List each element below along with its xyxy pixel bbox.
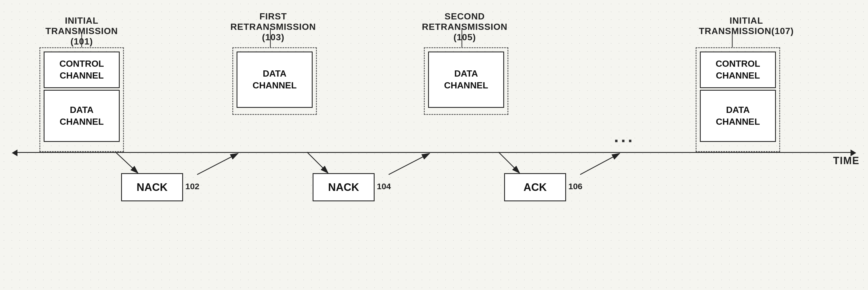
tx2-label-line2: RETRANSMISSION (103) (222, 22, 324, 42)
tx1-data-channel: DATACHANNEL (44, 90, 120, 142)
tx3-dashed-box: DATACHANNEL (424, 47, 508, 115)
svg-line-7 (197, 154, 238, 174)
tx4-label-line1: INITIAL (699, 15, 794, 26)
tx2-label-line1: FIRST (222, 11, 324, 22)
tx3-data-channel: DATACHANNEL (428, 52, 504, 108)
svg-line-11 (580, 154, 620, 174)
time-label: TIME (833, 155, 860, 167)
svg-line-8 (307, 152, 328, 173)
tx2-dashed-box: DATACHANNEL (232, 47, 317, 115)
tx3-label: SECOND RETRANSMISSION (105) (414, 11, 516, 42)
tx1-label-line2: TRANSMISSION (101) (37, 26, 127, 47)
nack1-ref: 102 (185, 182, 199, 191)
diagram-container: TIME INITIA (0, 0, 868, 290)
tx1-control-channel: CONTROL CHANNEL (44, 52, 120, 88)
ack1-box: ACK (504, 173, 566, 201)
tx4-label: INITIAL TRANSMISSION(107) (699, 15, 794, 36)
tx1-label-line1: INITIAL (37, 15, 127, 26)
tx1-dashed-box: CONTROL CHANNEL DATACHANNEL (39, 47, 124, 152)
nack2-box: NACK (313, 173, 375, 201)
tx2-data-channel: DATACHANNEL (237, 52, 313, 108)
tx4-dashed-box: CONTROLCHANNEL DATACHANNEL (695, 47, 780, 152)
tx2-label: FIRST RETRANSMISSION (103) (222, 11, 324, 42)
tx3-label-line2: RETRANSMISSION (105) (414, 22, 516, 42)
nack2-ref: 104 (377, 182, 391, 191)
svg-line-6 (116, 152, 138, 173)
svg-line-10 (498, 152, 520, 173)
time-axis (17, 152, 851, 153)
tx4-control-channel: CONTROLCHANNEL (700, 52, 776, 88)
nack1-box: NACK (121, 173, 183, 201)
svg-line-9 (389, 154, 430, 174)
tx3-label-line1: SECOND (414, 11, 516, 22)
tx4-label-line2: TRANSMISSION(107) (699, 26, 794, 36)
tx1-label: INITIAL TRANSMISSION (101) (37, 15, 127, 47)
dots-label: ... (614, 127, 635, 146)
tx4-data-channel: DATACHANNEL (700, 90, 776, 142)
ack1-ref: 106 (568, 182, 582, 191)
